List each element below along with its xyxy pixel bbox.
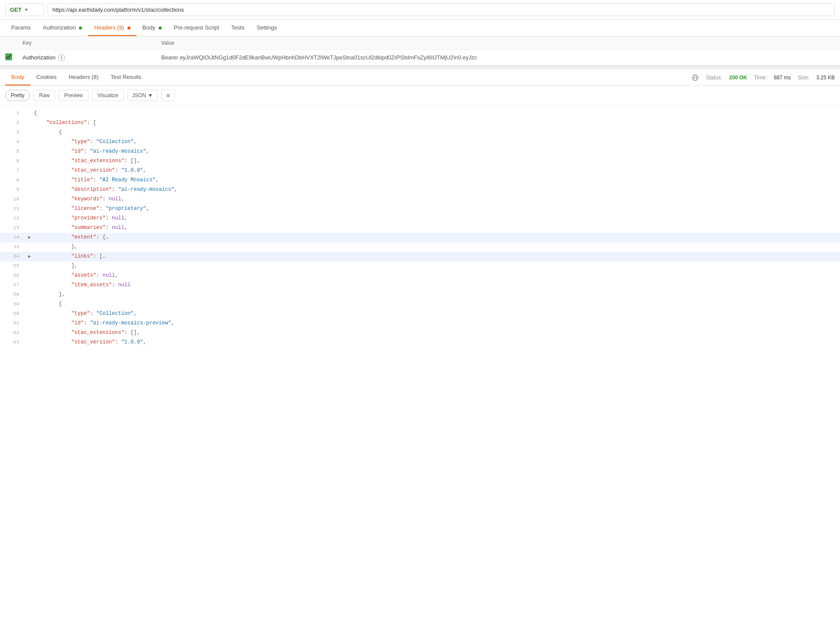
request-tabs: Params Authorization Headers (9) Body Pr… — [0, 20, 840, 36]
headers-section: Key Value Authorization ℹ B — [0, 36, 840, 66]
response-section: Body Cookies Headers (8) Test Results St… — [0, 69, 840, 602]
toggle-btn — [26, 301, 33, 308]
indent — [34, 243, 71, 251]
info-icon[interactable]: ℹ — [58, 54, 65, 61]
headers-table: Key Value Authorization ℹ B — [0, 36, 840, 65]
size-value: 3.25 KB — [816, 75, 835, 81]
tab-settings[interactable]: Settings — [251, 20, 283, 36]
json-format-selector[interactable]: JSON ▼ — [127, 90, 158, 101]
response-tab-testresults[interactable]: Test Results — [104, 69, 147, 85]
indent — [34, 138, 71, 146]
json-line: 1{ — [0, 109, 840, 118]
format-pretty-btn[interactable]: Pretty — [5, 90, 30, 101]
json-line: 57 "item_assets": null — [0, 281, 840, 290]
line-number: 9 — [3, 186, 19, 194]
toggle-btn — [26, 263, 33, 270]
toggle-btn[interactable]: ▶ — [26, 234, 33, 241]
indent — [34, 167, 71, 175]
indent — [34, 195, 71, 203]
json-content: { — [59, 300, 62, 308]
indent — [34, 176, 71, 184]
header-row: Authorization ℹ Bearer eyJraWQiOiJtNGg1d… — [0, 50, 840, 65]
line-number: 57 — [3, 281, 19, 289]
col-checkbox — [0, 36, 17, 50]
indent — [34, 119, 46, 127]
line-number: 4 — [3, 138, 19, 146]
indent — [34, 128, 59, 137]
json-line: 7 "stac_version": "1.0.0", — [0, 166, 840, 176]
json-content: "id": "ai-ready-mosaics-preview", — [71, 319, 174, 327]
response-tab-body[interactable]: Body — [5, 69, 30, 85]
toggle-btn — [26, 272, 33, 279]
json-line: 62 "stac_extensions": [], — [0, 328, 840, 338]
line-number: 63 — [3, 339, 19, 347]
json-line: 61 "id": "ai-ready-mosaics-preview", — [0, 319, 840, 328]
size-label: Size: — [798, 75, 810, 81]
json-line: 55 ], — [0, 262, 840, 271]
indent — [34, 338, 71, 347]
tab-authorization[interactable]: Authorization — [37, 20, 88, 36]
line-number: 33 — [3, 243, 19, 251]
line-number: 6 — [3, 157, 19, 165]
line-number: 2 — [3, 119, 19, 127]
body-dot — [159, 26, 162, 29]
json-content: { — [59, 128, 62, 137]
line-number: 3 — [3, 129, 19, 137]
line-number: 60 — [3, 310, 19, 318]
format-raw-btn[interactable]: Raw — [33, 90, 55, 101]
tab-params[interactable]: Params — [5, 20, 37, 36]
toggle-btn — [26, 339, 33, 346]
toggle-btn — [26, 158, 33, 165]
horizontal-scrollbar[interactable] — [0, 66, 840, 69]
method-selector[interactable]: GET ▼ — [5, 3, 44, 16]
indent — [34, 300, 59, 308]
toggle-btn[interactable]: ▶ — [26, 253, 33, 260]
line-number: 62 — [3, 329, 19, 337]
json-line: 13 "summaries": null, — [0, 223, 840, 233]
indent — [34, 319, 71, 327]
toggle-btn — [26, 225, 33, 232]
toggle-btn — [26, 320, 33, 327]
url-input[interactable] — [48, 3, 835, 16]
tab-headers[interactable]: Headers (9) — [88, 20, 136, 36]
line-number: 58 — [3, 291, 19, 299]
col-value: Value — [156, 36, 840, 50]
format-bar: Pretty Raw Preview Visualize JSON ▼ ≡ — [0, 86, 840, 105]
json-content: "stac_version": "1.0.0", — [71, 338, 146, 347]
status-value: 200 OK — [729, 75, 747, 81]
json-content: "assets": null, — [71, 271, 118, 280]
toggle-btn — [26, 206, 33, 213]
header-checkbox[interactable] — [5, 53, 12, 60]
format-preview-btn[interactable]: Preview — [59, 90, 88, 101]
toggle-btn — [26, 139, 33, 146]
json-content: }, — [59, 291, 65, 299]
header-checkbox-cell[interactable] — [0, 50, 17, 65]
response-tab-headers[interactable]: Headers (8) — [63, 69, 105, 85]
indent — [34, 310, 71, 318]
time-value: 887 ms — [774, 75, 791, 81]
header-value-cell: Bearer eyJraWQiOiJtNGg1d0F2dE9kanBwUWpHb… — [156, 50, 840, 65]
json-line: 2 "collections": [ — [0, 118, 840, 128]
wrap-button[interactable]: ≡ — [161, 89, 175, 101]
indent — [34, 281, 71, 289]
json-content: "description": "ai-ready-mosaics", — [71, 186, 177, 194]
json-content: "collections": [ — [46, 119, 96, 127]
indent — [34, 291, 59, 299]
indent — [34, 224, 71, 232]
json-line: 5 "id": "ai-ready-mosaics", — [0, 147, 840, 157]
toggle-btn — [26, 215, 33, 222]
tab-prerequest[interactable]: Pre-request Script — [168, 20, 225, 36]
json-content: "item_assets": null — [71, 281, 130, 289]
toggle-btn — [26, 186, 33, 193]
json-content: }, — [71, 243, 77, 251]
response-tab-cookies[interactable]: Cookies — [30, 69, 63, 85]
json-line: 63 "stac_version": "1.0.0", — [0, 338, 840, 347]
tab-body[interactable]: Body — [137, 20, 168, 36]
indent — [34, 147, 71, 156]
method-chevron-icon: ▼ — [24, 7, 29, 12]
tab-tests[interactable]: Tests — [225, 20, 251, 36]
format-visualize-btn[interactable]: Visualize — [92, 90, 124, 101]
json-line: 59 { — [0, 300, 840, 309]
json-content: "stac_extensions": [], — [71, 157, 140, 165]
json-viewer[interactable]: 1{2 "collections": [3 {4 "type": "Collec… — [0, 105, 840, 602]
